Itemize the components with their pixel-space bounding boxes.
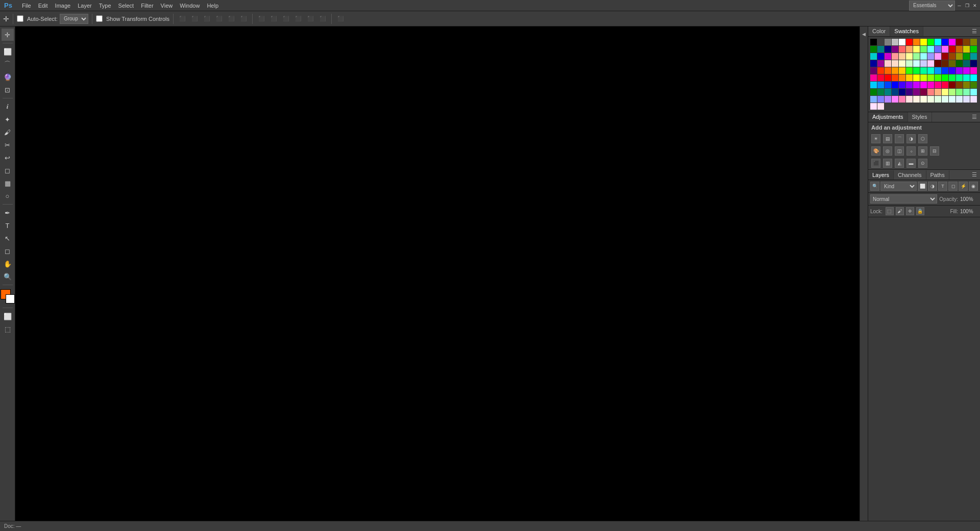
mask-mode-btn[interactable]: ⬜: [2, 310, 14, 322]
brush-tool[interactable]: 🖌: [2, 126, 14, 138]
swatch-e0f0ff[interactable]: [956, 96, 963, 103]
swatch-000066[interactable]: [970, 60, 977, 67]
minimize-button[interactable]: ─: [956, 2, 963, 9]
swatch-00ff33[interactable]: [913, 67, 920, 74]
swatch-8080ff[interactable]: [877, 96, 884, 103]
vibrance-adj[interactable]: ⬡: [918, 134, 927, 143]
swatch-ffff00[interactable]: [920, 39, 927, 45]
swatch-ff0000[interactable]: [906, 39, 913, 45]
invert-adj[interactable]: ⬛: [871, 159, 880, 168]
swatch-0033ff[interactable]: [942, 67, 948, 74]
canvas-area[interactable]: [15, 27, 860, 521]
gradient-tool[interactable]: ▦: [2, 177, 14, 189]
menu-help[interactable]: Help: [203, 2, 222, 10]
restore-button[interactable]: ❐: [964, 2, 970, 9]
swatch-ff0099[interactable]: [870, 74, 877, 81]
swatch-ff9999[interactable]: [892, 53, 898, 60]
swatch-ff6666[interactable]: [899, 46, 905, 53]
swatch-00ffff[interactable]: [935, 39, 941, 45]
swatch-0088ff[interactable]: [877, 82, 884, 88]
swatch-ff9900[interactable]: [892, 67, 898, 74]
swatch-00ff44[interactable]: [949, 74, 955, 81]
swatch-c0c0c0[interactable]: [892, 39, 898, 45]
swatch-662200[interactable]: [942, 60, 948, 67]
swatch-800000[interactable]: [949, 82, 955, 88]
swatch-e0e0ff[interactable]: [963, 96, 970, 103]
hand-tool[interactable]: ✋: [2, 258, 14, 270]
filter-adjust-btn[interactable]: ◑: [928, 182, 937, 191]
posterize-adj[interactable]: ▥: [883, 159, 892, 168]
align-bottom-button[interactable]: ⬛: [202, 15, 212, 22]
swatch-cc00ff[interactable]: [913, 82, 920, 88]
swatch-99ffff[interactable]: [920, 53, 927, 60]
swatch-cc00cc[interactable]: [885, 53, 891, 60]
swatch-80ffb3[interactable]: [963, 89, 970, 95]
swatch-ffffff[interactable]: [899, 39, 905, 45]
swatch-0000cc[interactable]: [877, 53, 884, 60]
fill-value[interactable]: 100%: [960, 209, 978, 214]
layer-filter-select[interactable]: Kind: [880, 182, 917, 191]
swatches-panel-menu[interactable]: ☰: [969, 27, 980, 36]
exposure-adj[interactable]: ◑: [906, 134, 916, 143]
menu-layer[interactable]: Layer: [74, 2, 95, 10]
swatch-660000[interactable]: [935, 60, 941, 67]
swatch-ffcccc[interactable]: [885, 60, 891, 67]
swatch-4400ff[interactable]: [899, 82, 905, 88]
swatch-009999[interactable]: [970, 53, 977, 60]
swatch-ffff00[interactable]: [913, 74, 920, 81]
swatch-fff0e0[interactable]: [913, 96, 920, 103]
swatch-ffccff[interactable]: [927, 60, 934, 67]
swatch-66ffff[interactable]: [927, 46, 934, 53]
swatch-ff0088[interactable]: [935, 82, 941, 88]
filter-shape-btn[interactable]: ◻: [948, 182, 958, 191]
swatch-ff4400[interactable]: [892, 74, 898, 81]
swatch-660066[interactable]: [870, 67, 877, 74]
swatch-0099ff[interactable]: [935, 67, 941, 74]
distribute-hcenter-button[interactable]: ⬛: [305, 15, 315, 22]
swatch-ccffff[interactable]: [913, 60, 920, 67]
adj-panel-menu[interactable]: ☰: [969, 112, 980, 122]
channel-mixer-adj[interactable]: ⊞: [918, 146, 927, 156]
photo-filter-adj[interactable]: ⬦: [906, 146, 916, 156]
swatch-ffe0ff[interactable]: [870, 103, 877, 110]
swatch-008080[interactable]: [885, 89, 891, 95]
lock-all-btn[interactable]: 🔒: [916, 207, 924, 215]
eraser-tool[interactable]: ◻: [2, 164, 14, 176]
pen-tool[interactable]: ✒: [2, 207, 14, 219]
dodge-tool[interactable]: ○: [2, 190, 14, 202]
eyedropper-tool[interactable]: 𝒊: [2, 100, 14, 113]
swatch-0044ff[interactable]: [885, 82, 891, 88]
swatch-ffb380[interactable]: [935, 89, 941, 95]
filter-smart-btn[interactable]: ⚡: [959, 182, 968, 191]
swatch-0000ff[interactable]: [892, 82, 898, 88]
lock-transparent-btn[interactable]: ⬚: [886, 207, 894, 215]
swatch-99ff99[interactable]: [913, 53, 920, 60]
swatch-ff00cc[interactable]: [970, 67, 977, 74]
swatch-ff99ff[interactable]: [935, 53, 941, 60]
swatch-00ff00[interactable]: [927, 39, 934, 45]
swatch-808000[interactable]: [963, 82, 970, 88]
menu-file[interactable]: File: [18, 2, 35, 10]
type-tool[interactable]: T: [2, 219, 14, 232]
quick-select-tool[interactable]: 🔮: [2, 71, 14, 83]
lock-image-btn[interactable]: 🖌: [896, 207, 904, 215]
swatch-ffcc00[interactable]: [899, 67, 905, 74]
color-balance-adj[interactable]: ◎: [883, 146, 892, 156]
layers-panel-menu[interactable]: ☰: [969, 170, 980, 180]
lasso-tool[interactable]: ⌒: [2, 58, 14, 70]
swatch-80b3ff[interactable]: [870, 96, 877, 103]
swatch-e0fff0[interactable]: [942, 96, 948, 103]
menu-type[interactable]: Type: [95, 2, 115, 10]
spot-healing-tool[interactable]: ✦: [2, 113, 14, 125]
threshold-adj[interactable]: ◭: [895, 159, 904, 168]
swatch-00ff88[interactable]: [956, 74, 963, 81]
align-top-button[interactable]: ⬛: [177, 15, 187, 22]
swatch-ff80ff[interactable]: [892, 96, 898, 103]
swatch-ff6600[interactable]: [885, 67, 891, 74]
swatch-804000[interactable]: [963, 39, 970, 45]
background-color[interactable]: [6, 294, 15, 304]
swatch-000080[interactable]: [899, 89, 905, 95]
swatch-400080[interactable]: [906, 89, 913, 95]
swatch-ffff66[interactable]: [913, 46, 920, 53]
tab-channels[interactable]: Channels: [894, 170, 926, 180]
